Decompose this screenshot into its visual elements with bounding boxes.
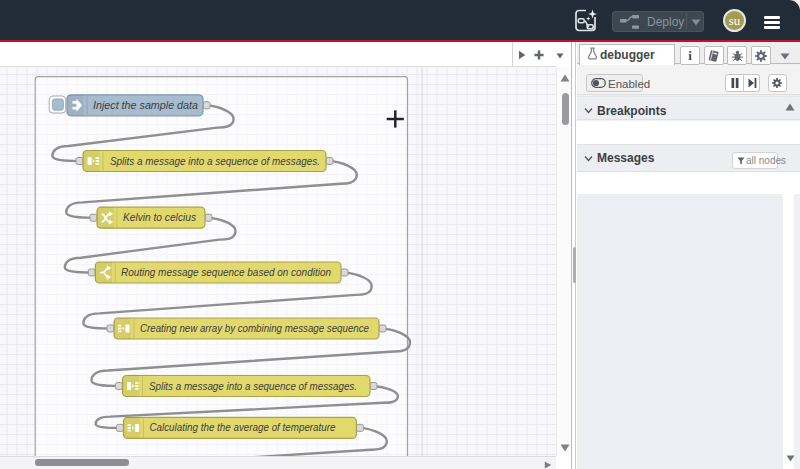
svg-text:Inject the sample data: Inject the sample data bbox=[93, 99, 198, 110]
svg-text:Kelvin to celcius: Kelvin to celcius bbox=[123, 212, 196, 223]
svg-text:Splits a message into a sequen: Splits a message into a sequence of mess… bbox=[110, 155, 320, 166]
svg-text:Splits a message into a sequen: Splits a message into a sequence of mess… bbox=[149, 380, 357, 391]
svg-text:Creating new array by combinin: Creating new array by combining message … bbox=[140, 323, 369, 334]
svg-text:Calculating the the average of: Calculating the the average of temperatu… bbox=[150, 422, 336, 433]
svg-text:Routing message sequence based: Routing message sequence based on condit… bbox=[121, 267, 331, 278]
